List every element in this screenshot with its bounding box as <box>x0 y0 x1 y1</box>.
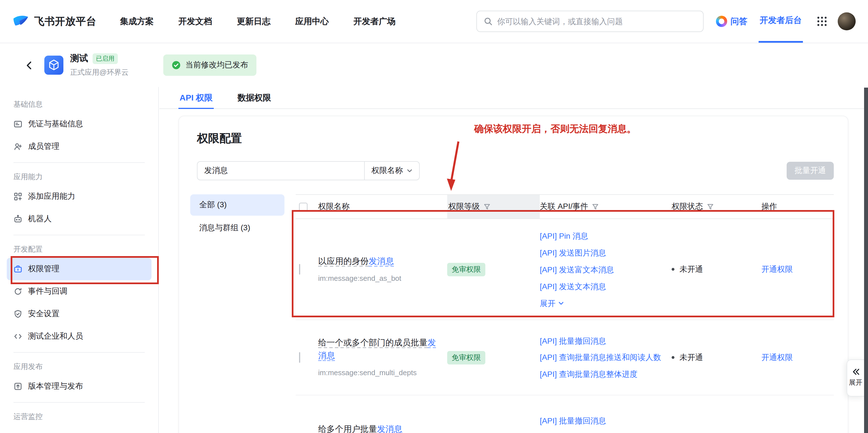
status-text: 未开通 <box>680 352 703 363</box>
filter-funnel-icon[interactable] <box>484 203 490 210</box>
keyword-highlight[interactable]: 发消息 <box>377 424 402 433</box>
sidebar-item-label: 权限管理 <box>28 264 60 274</box>
top-navbar: 飞书开放平台 集成方案 开发文档 更新日志 应用中心 开发者广场 问答 开发者后… <box>0 0 868 43</box>
status-dot <box>672 356 675 359</box>
api-link[interactable]: [API] 查询批量消息推送和阅读 <box>540 429 665 433</box>
filter-funnel-icon[interactable] <box>707 203 714 210</box>
status-text: 未开通 <box>680 264 703 275</box>
sidebar-item-label: 凭证与基础信息 <box>28 119 83 129</box>
primary-nav: 集成方案 开发文档 更新日志 应用中心 开发者广场 <box>120 16 396 27</box>
permission-table: 权限名称 权限等级 关联 API/事件 权限状态 <box>296 194 834 433</box>
api-link[interactable]: [API] 查询批量消息推送和阅读人数 <box>540 349 665 366</box>
qa-icon <box>716 16 727 27</box>
sidebar-item-members[interactable]: 成员管理 <box>7 135 152 158</box>
sidebar-section-basic: 基础信息 <box>0 95 158 113</box>
api-link[interactable]: [API] 查询批量消息整体进度 <box>540 366 665 382</box>
nav-item-integration[interactable]: 集成方案 <box>120 16 154 27</box>
api-link[interactable]: [API] 发送图片消息 <box>540 244 665 261</box>
enable-permission-link[interactable]: 开通权限 <box>762 353 793 362</box>
sidebar-section-release: 应用发布 <box>0 357 158 375</box>
permission-search-input[interactable] <box>197 161 365 180</box>
row-checkbox[interactable] <box>299 352 300 363</box>
sidebar-item-test-org[interactable]: 测试企业和人员 <box>7 325 152 348</box>
column-header-level: 权限等级 <box>447 195 540 219</box>
shield-icon <box>13 310 23 318</box>
permission-search-row: 权限名称 批量开通 <box>197 161 834 180</box>
permission-name-cell: 给多个用户批量发消息 <box>318 422 447 433</box>
global-search-input[interactable] <box>497 17 696 26</box>
global-search[interactable] <box>476 11 704 32</box>
sidebar-item-permissions[interactable]: 权限管理 <box>7 258 152 280</box>
sidebar-item-label: 版本管理与发布 <box>28 381 83 392</box>
api-link[interactable]: [API] 发送文本消息 <box>540 278 665 294</box>
permission-level-badge: 免审权限 <box>447 351 485 364</box>
search-type-value: 权限名称 <box>371 166 403 176</box>
row-checkbox[interactable] <box>299 264 300 275</box>
avatar[interactable] <box>838 12 856 30</box>
vertical-scrollbar[interactable] <box>864 88 868 433</box>
batch-enable-button[interactable]: 批量开通 <box>787 162 834 180</box>
bot-icon <box>13 214 23 224</box>
nav-item-changelog[interactable]: 更新日志 <box>237 16 271 27</box>
nav-item-developer-console[interactable]: 开发者后台 <box>758 0 803 43</box>
app-subtitle: 正式应用@环界云 <box>70 67 128 78</box>
upload-icon <box>13 382 23 391</box>
tab-api-permissions[interactable]: API 权限 <box>179 87 214 108</box>
filter-item-all[interactable]: 全部 (3) <box>190 194 284 216</box>
sidebar-item-events[interactable]: 事件与回调 <box>7 280 152 303</box>
table-row: 以应用的身份发消息 im:message:send_as_bot 免审权限 [A… <box>296 219 834 320</box>
select-all-checkbox[interactable] <box>299 202 308 211</box>
chevron-down-icon <box>407 168 412 174</box>
column-header-action: 操作 <box>762 195 834 219</box>
tab-data-permissions[interactable]: 数据权限 <box>236 87 272 108</box>
api-link[interactable]: [API] 发送富文本消息 <box>540 261 665 278</box>
nav-item-docs[interactable]: 开发文档 <box>179 16 212 27</box>
sidebar-item-label: 成员管理 <box>28 142 60 152</box>
search-type-select[interactable]: 权限名称 <box>365 161 420 180</box>
sidebar-item-security[interactable]: 安全设置 <box>7 303 152 325</box>
credential-icon <box>13 120 23 128</box>
sidebar-divider <box>13 162 145 163</box>
apps-grid-icon[interactable] <box>816 16 828 27</box>
table-header: 权限名称 权限等级 关联 API/事件 权限状态 <box>296 194 834 219</box>
qa-link[interactable]: 问答 <box>716 16 747 27</box>
qa-label: 问答 <box>731 16 747 27</box>
permission-icon <box>13 264 23 273</box>
sidebar-item-credentials[interactable]: 凭证与基础信息 <box>7 113 152 135</box>
filter-funnel-icon[interactable] <box>592 203 599 210</box>
sidebar-item-label: 机器人 <box>28 214 52 224</box>
app-status-badge: 已启用 <box>93 53 118 64</box>
sidebar-item-version-release[interactable]: 版本管理与发布 <box>7 375 152 398</box>
column-header-api: 关联 API/事件 <box>540 195 672 219</box>
permission-config-card: 权限配置 权限名称 批量开通 全部 (3) 消息与群组 (3) <box>179 116 848 433</box>
filter-item-messages-groups[interactable]: 消息与群组 (3) <box>190 217 284 239</box>
sidebar-item-add-capability[interactable]: 添加应用能力 <box>7 185 152 208</box>
api-link[interactable]: [API] 批量撤回消息 <box>540 412 665 429</box>
expand-sidebar-panel[interactable]: 展开 <box>847 359 864 397</box>
sidebar-item-label: 测试企业和人员 <box>28 331 83 342</box>
keyword-highlight[interactable]: 发消息 <box>369 256 394 265</box>
search-icon <box>484 17 493 26</box>
nav-item-dev-plaza[interactable]: 开发者广场 <box>353 16 396 27</box>
expand-api-list-link[interactable]: 展开 <box>540 294 665 311</box>
event-icon <box>13 287 23 296</box>
sidebar-item-bot[interactable]: 机器人 <box>7 208 152 230</box>
back-icon[interactable] <box>25 60 34 70</box>
sidebar-section-monitoring: 运营监控 <box>0 407 158 425</box>
sidebar-item-label: 事件与回调 <box>28 286 67 296</box>
status-cell: 未开通 <box>672 352 762 363</box>
expand-panel-label: 展开 <box>849 378 862 387</box>
sidebar-divider <box>13 402 145 403</box>
api-link[interactable]: [API] 批量撤回消息 <box>540 333 665 349</box>
enable-permission-link[interactable]: 开通权限 <box>762 264 793 273</box>
table-row: 给多个用户批量发消息 [API] 批量撤回消息 [API] 查询批量消息推送和阅… <box>296 395 834 433</box>
sidebar: 基础信息 凭证与基础信息 成员管理 应用能力 <box>0 87 159 433</box>
permission-name-cell: 给一个或多个部门的成员批量发消息 im:message:send_multi_d… <box>318 336 447 379</box>
api-link[interactable]: [API] Pin 消息 <box>540 227 665 244</box>
app-icon <box>44 56 63 75</box>
sidebar-section-dev-config: 开发配置 <box>0 240 158 258</box>
brand[interactable]: 飞书开放平台 <box>12 13 96 29</box>
related-api-list: [API] 批量撤回消息 [API] 查询批量消息推送和阅读人数 [API] 查… <box>540 325 672 390</box>
nav-item-app-center[interactable]: 应用中心 <box>295 16 329 27</box>
code-icon <box>13 332 23 341</box>
